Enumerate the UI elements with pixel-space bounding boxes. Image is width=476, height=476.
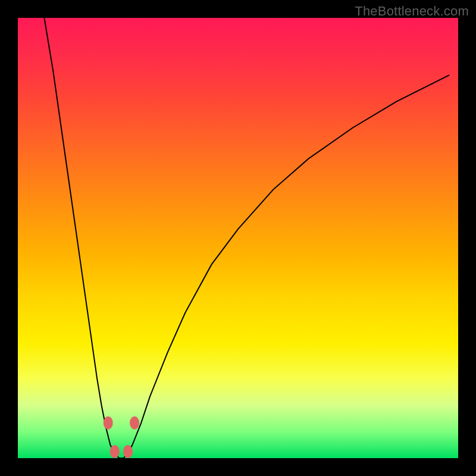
bottleneck-curve <box>44 18 449 458</box>
plot-area <box>18 18 458 458</box>
curve-marker <box>123 445 133 458</box>
curve-layer <box>18 18 458 458</box>
watermark-text: TheBottleneck.com <box>355 4 469 19</box>
curve-marker <box>130 416 139 430</box>
chart-frame: TheBottleneck.com <box>0 0 476 476</box>
curve-marker <box>110 445 120 458</box>
curve-marker <box>104 416 113 430</box>
